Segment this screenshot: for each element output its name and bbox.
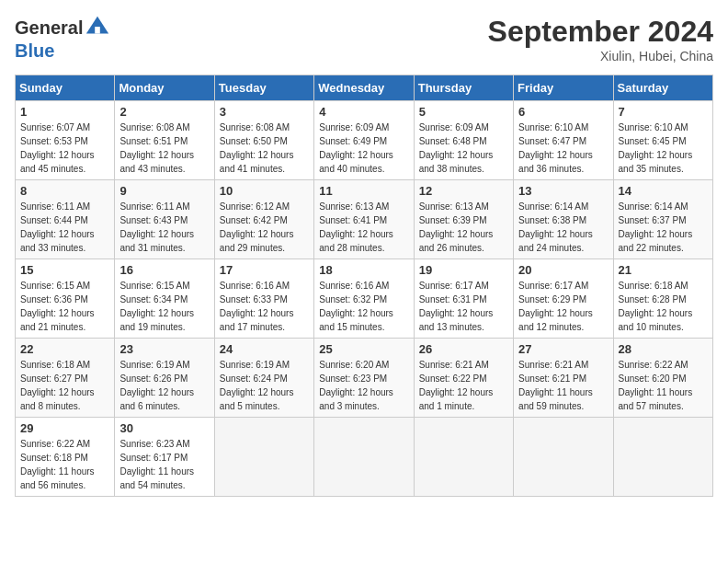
day-number: 6 — [518, 105, 608, 119]
day-number: 16 — [119, 263, 209, 277]
day-info: Sunrise: 6:11 AM Sunset: 6:43 PM Dayligh… — [119, 200, 209, 255]
calendar-cell: 5 Sunrise: 6:09 AM Sunset: 6:48 PM Dayli… — [414, 101, 513, 180]
calendar-cell: 1 Sunrise: 6:07 AM Sunset: 6:53 PM Dayli… — [16, 101, 115, 180]
day-header-sunday: Sunday — [16, 75, 115, 101]
calendar-cell — [613, 418, 712, 497]
day-info: Sunrise: 6:23 AM Sunset: 6:17 PM Dayligh… — [119, 437, 209, 492]
day-info: Sunrise: 6:09 AM Sunset: 6:48 PM Dayligh… — [419, 121, 508, 176]
day-info: Sunrise: 6:10 AM Sunset: 6:45 PM Dayligh… — [619, 121, 708, 176]
day-info: Sunrise: 6:14 AM Sunset: 6:38 PM Dayligh… — [518, 200, 608, 255]
day-info: Sunrise: 6:13 AM Sunset: 6:39 PM Dayligh… — [419, 200, 508, 255]
calendar-cell: 7 Sunrise: 6:10 AM Sunset: 6:45 PM Dayli… — [613, 101, 712, 180]
day-number: 22 — [20, 342, 109, 356]
calendar-cell — [314, 418, 414, 497]
day-number: 19 — [419, 263, 508, 277]
day-info: Sunrise: 6:20 AM Sunset: 6:23 PM Dayligh… — [319, 358, 408, 413]
calendar-cell — [514, 418, 613, 497]
day-number: 23 — [119, 342, 209, 356]
calendar-cell: 13 Sunrise: 6:14 AM Sunset: 6:38 PM Dayl… — [514, 180, 613, 259]
day-number: 10 — [220, 184, 309, 198]
month-title: September 2024 — [488, 15, 713, 49]
day-number: 14 — [619, 184, 708, 198]
logo: General Blue — [15, 15, 110, 62]
calendar-cell: 15 Sunrise: 6:15 AM Sunset: 6:36 PM Dayl… — [16, 259, 115, 339]
calendar-cell: 16 Sunrise: 6:15 AM Sunset: 6:34 PM Dayl… — [115, 259, 214, 339]
day-header-thursday: Thursday — [414, 75, 513, 101]
calendar-cell: 21 Sunrise: 6:18 AM Sunset: 6:28 PM Dayl… — [613, 259, 712, 339]
calendar-cell: 3 Sunrise: 6:08 AM Sunset: 6:50 PM Dayli… — [214, 101, 313, 180]
svg-rect-1 — [96, 27, 101, 33]
calendar-cell: 8 Sunrise: 6:11 AM Sunset: 6:44 PM Dayli… — [16, 180, 115, 259]
calendar-cell: 6 Sunrise: 6:10 AM Sunset: 6:47 PM Dayli… — [514, 101, 613, 180]
location: Xiulin, Hubei, China — [488, 49, 713, 63]
day-number: 1 — [20, 105, 109, 119]
day-info: Sunrise: 6:08 AM Sunset: 6:50 PM Dayligh… — [220, 121, 309, 176]
day-number: 29 — [20, 421, 109, 435]
calendar-cell: 29 Sunrise: 6:22 AM Sunset: 6:18 PM Dayl… — [16, 418, 115, 497]
calendar-cell: 14 Sunrise: 6:14 AM Sunset: 6:37 PM Dayl… — [613, 180, 712, 259]
page-header: General Blue September 2024 Xiulin, Hube… — [15, 15, 713, 63]
calendar-cell: 26 Sunrise: 6:21 AM Sunset: 6:22 PM Dayl… — [414, 339, 513, 418]
day-info: Sunrise: 6:14 AM Sunset: 6:37 PM Dayligh… — [619, 200, 708, 255]
day-info: Sunrise: 6:19 AM Sunset: 6:26 PM Dayligh… — [119, 358, 209, 413]
day-info: Sunrise: 6:17 AM Sunset: 6:29 PM Dayligh… — [518, 279, 608, 334]
calendar-cell: 2 Sunrise: 6:08 AM Sunset: 6:51 PM Dayli… — [115, 101, 214, 180]
calendar-week-5: 29 Sunrise: 6:22 AM Sunset: 6:18 PM Dayl… — [16, 418, 713, 497]
day-info: Sunrise: 6:08 AM Sunset: 6:51 PM Dayligh… — [119, 121, 209, 176]
day-number: 8 — [20, 184, 109, 198]
logo-text: General — [15, 17, 83, 38]
day-number: 13 — [518, 184, 608, 198]
calendar-cell: 17 Sunrise: 6:16 AM Sunset: 6:33 PM Dayl… — [214, 259, 313, 339]
day-number: 12 — [419, 184, 508, 198]
day-number: 5 — [419, 105, 508, 119]
day-info: Sunrise: 6:10 AM Sunset: 6:47 PM Dayligh… — [518, 121, 608, 176]
calendar-cell — [414, 418, 513, 497]
calendar-cell: 22 Sunrise: 6:18 AM Sunset: 6:27 PM Dayl… — [16, 339, 115, 418]
day-number: 4 — [319, 105, 408, 119]
calendar-cell: 12 Sunrise: 6:13 AM Sunset: 6:39 PM Dayl… — [414, 180, 513, 259]
day-number: 2 — [119, 105, 209, 119]
day-info: Sunrise: 6:13 AM Sunset: 6:41 PM Dayligh… — [319, 200, 408, 255]
day-info: Sunrise: 6:16 AM Sunset: 6:33 PM Dayligh… — [220, 279, 309, 334]
day-info: Sunrise: 6:22 AM Sunset: 6:18 PM Dayligh… — [20, 437, 109, 492]
calendar-week-3: 15 Sunrise: 6:15 AM Sunset: 6:36 PM Dayl… — [16, 259, 713, 339]
day-info: Sunrise: 6:15 AM Sunset: 6:36 PM Dayligh… — [20, 279, 109, 334]
day-number: 26 — [419, 342, 508, 356]
day-info: Sunrise: 6:21 AM Sunset: 6:21 PM Dayligh… — [518, 358, 608, 413]
title-section: September 2024 Xiulin, Hubei, China — [488, 15, 713, 63]
calendar-cell: 18 Sunrise: 6:16 AM Sunset: 6:32 PM Dayl… — [314, 259, 414, 339]
day-number: 20 — [518, 263, 608, 277]
calendar-cell: 19 Sunrise: 6:17 AM Sunset: 6:31 PM Dayl… — [414, 259, 513, 339]
calendar-cell: 27 Sunrise: 6:21 AM Sunset: 6:21 PM Dayl… — [514, 339, 613, 418]
day-info: Sunrise: 6:11 AM Sunset: 6:44 PM Dayligh… — [20, 200, 109, 255]
calendar-cell: 9 Sunrise: 6:11 AM Sunset: 6:43 PM Dayli… — [115, 180, 214, 259]
day-number: 11 — [319, 184, 408, 198]
day-info: Sunrise: 6:21 AM Sunset: 6:22 PM Dayligh… — [419, 358, 508, 413]
day-number: 30 — [119, 421, 209, 435]
day-number: 21 — [619, 263, 708, 277]
day-info: Sunrise: 6:16 AM Sunset: 6:32 PM Dayligh… — [319, 279, 408, 334]
calendar-week-1: 1 Sunrise: 6:07 AM Sunset: 6:53 PM Dayli… — [16, 101, 713, 180]
day-header-wednesday: Wednesday — [314, 75, 414, 101]
day-number: 17 — [220, 263, 309, 277]
day-info: Sunrise: 6:19 AM Sunset: 6:24 PM Dayligh… — [220, 358, 309, 413]
day-number: 27 — [518, 342, 608, 356]
logo-icon — [85, 15, 110, 40]
day-header-monday: Monday — [115, 75, 214, 101]
day-header-tuesday: Tuesday — [214, 75, 313, 101]
calendar-week-4: 22 Sunrise: 6:18 AM Sunset: 6:27 PM Dayl… — [16, 339, 713, 418]
calendar-cell — [214, 418, 313, 497]
day-info: Sunrise: 6:17 AM Sunset: 6:31 PM Dayligh… — [419, 279, 508, 334]
day-number: 25 — [319, 342, 408, 356]
day-number: 3 — [220, 105, 309, 119]
day-info: Sunrise: 6:07 AM Sunset: 6:53 PM Dayligh… — [20, 121, 109, 176]
day-info: Sunrise: 6:15 AM Sunset: 6:34 PM Dayligh… — [119, 279, 209, 334]
calendar-cell: 4 Sunrise: 6:09 AM Sunset: 6:49 PM Dayli… — [314, 101, 414, 180]
calendar-cell: 10 Sunrise: 6:12 AM Sunset: 6:42 PM Dayl… — [214, 180, 313, 259]
day-info: Sunrise: 6:22 AM Sunset: 6:20 PM Dayligh… — [619, 358, 708, 413]
day-number: 15 — [20, 263, 109, 277]
day-header-saturday: Saturday — [613, 75, 712, 101]
calendar-cell: 23 Sunrise: 6:19 AM Sunset: 6:26 PM Dayl… — [115, 339, 214, 418]
day-info: Sunrise: 6:12 AM Sunset: 6:42 PM Dayligh… — [220, 200, 309, 255]
day-info: Sunrise: 6:09 AM Sunset: 6:49 PM Dayligh… — [319, 121, 408, 176]
